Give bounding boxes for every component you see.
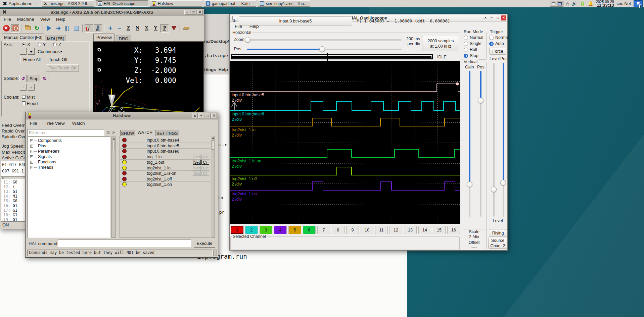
filter-tree-input[interactable] — [27, 129, 104, 136]
show-desktop-button[interactable]: ✖ — [634, 0, 643, 7]
axis-menu-view[interactable]: View — [40, 17, 50, 22]
taskbar-task-thunar[interactable]: sim_copy1.axis - Thunar — [258, 0, 310, 7]
touch-off-button[interactable]: Touch Off — [46, 56, 70, 63]
zoom-slider[interactable] — [245, 39, 402, 41]
tool-tray-icon[interactable]: 🖰 — [566, 1, 569, 6]
tree-item-components[interactable]: +Components — [28, 138, 110, 143]
channel-10-button[interactable]: 10 — [361, 226, 373, 234]
trigger-radio-auto[interactable]: Auto — [489, 41, 509, 47]
flood-checkbox[interactable]: Flood — [22, 101, 38, 106]
applications-menu-button[interactable]: ✖ Applications ⋮ — [0, 0, 40, 7]
hal-tree[interactable]: +Components+Pins+Parameters+Signals+Func… — [27, 137, 110, 238]
minimize-button[interactable]: – — [198, 113, 204, 118]
watch-signal-name[interactable]: tog2nist_1.on — [147, 182, 172, 187]
spindle-stop-button[interactable]: Stop — [28, 75, 40, 82]
horizontal-pos-slider[interactable] — [247, 49, 402, 50]
channel-6-button[interactable]: 6 — [303, 226, 316, 234]
trigger-source-button[interactable]: Source Chan 2 — [488, 238, 507, 249]
estop-button[interactable]: ✕ — [2, 24, 10, 33]
program-listing[interactable]: 11: G012: (13: G114: M115: G016: G117: G… — [1, 179, 25, 222]
tree-expander-icon[interactable]: + — [30, 155, 33, 158]
watch-signal-name[interactable]: tog2nist_1.off — [147, 177, 172, 181]
jog-plus-button[interactable]: + — [28, 48, 35, 55]
halshow-titlebar[interactable]: Halshow ∧ – □ ✕ — [26, 112, 218, 119]
spindle-minus-button[interactable]: - — [20, 84, 27, 91]
gain-handle[interactable] — [467, 181, 472, 187]
watch-signal-name[interactable]: input.0.btn-base6 — [147, 149, 179, 154]
view-z-button[interactable]: Z — [124, 24, 133, 33]
watch-signal-name[interactable]: tog_1.in — [147, 155, 162, 159]
trigger-pos-slider[interactable] — [503, 63, 504, 217]
run-mode-radio-roll[interactable]: Roll — [464, 47, 483, 53]
channel-9-button[interactable]: 9 — [346, 226, 359, 234]
tree-expander-icon[interactable]: + — [30, 150, 33, 153]
gain-slider[interactable] — [469, 71, 470, 217]
axis-titlebar[interactable]: ✖ axis.ngc - AXIS 2.9.6 on LinuxCNC-HAL-… — [0, 9, 204, 16]
channel-7-button[interactable]: 7 — [317, 226, 330, 234]
view-z2-button[interactable]: N — [133, 24, 142, 33]
tree-item-pins[interactable]: +Pins — [28, 143, 110, 149]
clear-plot-button[interactable] — [182, 24, 190, 33]
chevron-expand[interactable]: » — [112, 129, 115, 135]
spindle-plus-button[interactable]: + — [28, 84, 35, 91]
tab-watch[interactable]: WATCH — [136, 129, 154, 136]
pause-button[interactable] — [63, 24, 72, 33]
hal-command-input[interactable] — [58, 239, 191, 247]
step-button[interactable]: ➜ — [54, 24, 62, 33]
close-button[interactable]: ✕ — [211, 113, 217, 118]
watch-signal-name[interactable]: tog2nist_1.in — [147, 166, 171, 170]
channel-2-button[interactable]: 2 — [245, 226, 258, 234]
halshow-menu-file[interactable]: File — [30, 121, 37, 126]
channel-8-button[interactable]: 8 — [332, 226, 344, 234]
maximize-button[interactable]: □ — [191, 10, 196, 15]
axis-menu-machine[interactable]: Machine — [17, 17, 34, 22]
halshow-menu-watch[interactable]: Watch — [72, 121, 85, 126]
channel-14-button[interactable]: 14 — [418, 226, 431, 234]
tree-item-functions[interactable]: +Functions — [28, 159, 110, 165]
tree-expander-icon[interactable]: + — [30, 145, 33, 148]
tree-expander-icon[interactable]: + — [30, 139, 33, 142]
skip-block-toggle[interactable]: / — [85, 24, 93, 33]
channel-13-button[interactable]: 13 — [404, 226, 417, 234]
tree-item-parameters[interactable]: +Parameters — [28, 149, 110, 154]
run-mode-radio-stop[interactable]: Stop — [464, 53, 483, 59]
axis-radio-y[interactable]: Y — [38, 42, 46, 47]
tab-settings[interactable]: SETTINGS — [155, 130, 179, 136]
tool-touch-off-button[interactable]: Tool Touch Off — [46, 64, 79, 71]
set-button[interactable]: Set — [193, 160, 201, 165]
open-file-button[interactable] — [24, 24, 32, 33]
taskbar-task-kate[interactable]: gamepad.hal — Kate — [204, 0, 256, 7]
reload-file-button[interactable]: ↻ — [33, 24, 41, 33]
trigger-edge-button[interactable]: Rising — [489, 229, 507, 237]
home-all-button[interactable]: Home All — [20, 56, 43, 63]
taskbar-task-axis[interactable]: axis.ngc - AXIS 2.9.6 on ... — [42, 0, 94, 7]
vertical-pos-handle[interactable] — [478, 98, 484, 103]
workspace-1[interactable] — [550, 1, 557, 6]
rollup-button[interactable]: ∧ — [483, 15, 488, 20]
tab-preview[interactable]: Preview — [93, 34, 115, 41]
stop-program-button[interactable] — [72, 24, 81, 33]
rollup-button[interactable]: ∧ — [192, 113, 198, 118]
mist-checkbox[interactable]: Mist — [22, 95, 35, 100]
execute-button[interactable]: Execute — [194, 239, 215, 248]
axis-menu-file[interactable]: File — [4, 17, 11, 22]
minimize-button[interactable]: – — [184, 10, 190, 15]
taskbar-task-scope[interactable]: HAL Oscilloscope — [96, 0, 148, 7]
close-button[interactable]: ✕ — [197, 10, 203, 15]
watch-signal-name[interactable]: input.0.btn-base5 — [147, 144, 179, 148]
jog-minus-button[interactable]: - — [20, 48, 27, 55]
watch-signal-name[interactable]: tog_1.out — [147, 160, 164, 165]
tree-scrollbar[interactable] — [111, 137, 116, 238]
trigger-level-handle[interactable] — [491, 187, 497, 192]
channel-15-button[interactable]: 15 — [433, 226, 446, 234]
zoom-out-button[interactable]: − — [115, 24, 124, 33]
watch-signal-name[interactable]: tog2nist_1.is-on — [147, 171, 176, 176]
axis-radio-z[interactable]: Z — [53, 42, 61, 47]
zoom-slider-handle[interactable] — [245, 37, 250, 43]
axis-radio-x[interactable]: X — [22, 42, 30, 47]
clr-button[interactable]: Clr — [201, 160, 209, 165]
close-button[interactable]: ✕ — [501, 15, 506, 20]
channel-16-button[interactable]: 16 — [447, 226, 460, 234]
channel-11-button[interactable]: 11 — [375, 226, 388, 234]
tab-manual-control[interactable]: Manual Control [F3] — [2, 34, 44, 41]
